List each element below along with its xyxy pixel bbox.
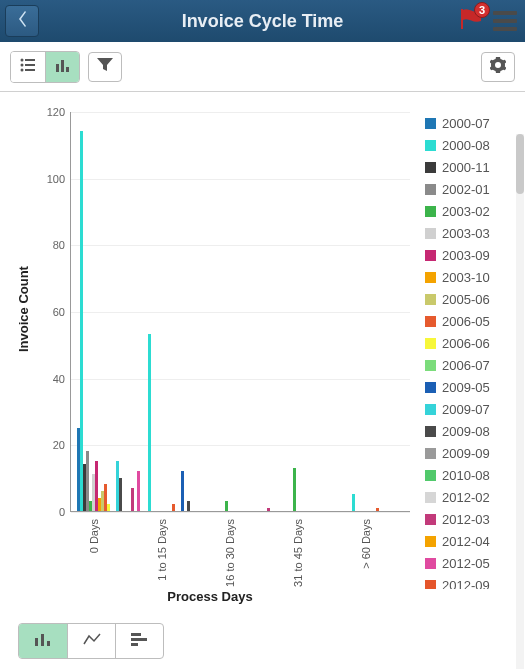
legend-label: 2006-06: [442, 336, 490, 351]
legend-label: 2010-08: [442, 468, 490, 483]
chart-bar[interactable]: [172, 504, 175, 511]
legend-swatch: [425, 404, 436, 415]
x-axis-label: Process Days: [10, 589, 410, 604]
legend-swatch: [425, 360, 436, 371]
y-tick: 60: [53, 306, 65, 318]
bar-chart-icon: [55, 58, 71, 76]
svg-rect-9: [35, 638, 38, 646]
legend-label: 2003-09: [442, 248, 490, 263]
chart-bar[interactable]: [119, 478, 122, 511]
y-axis-label: Invoice Count: [16, 266, 31, 352]
legend-item[interactable]: 2009-05: [425, 376, 520, 398]
legend-label: 2006-05: [442, 314, 490, 329]
legend-label: 2012-04: [442, 534, 490, 549]
line-type-button[interactable]: [67, 624, 115, 658]
legend-item[interactable]: 2010-08: [425, 464, 520, 486]
legend-label: 2009-05: [442, 380, 490, 395]
svg-rect-7: [61, 60, 64, 72]
legend-item[interactable]: 2009-08: [425, 420, 520, 442]
legend-item[interactable]: 2003-03: [425, 222, 520, 244]
x-tick: 16 to 30 Days: [224, 519, 236, 587]
legend-item[interactable]: 2012-03: [425, 508, 520, 530]
chart-area: Invoice Count 0204060801001200 Days1 to …: [10, 92, 410, 612]
chart-bar[interactable]: [352, 494, 355, 511]
legend-item[interactable]: 2003-02: [425, 200, 520, 222]
legend-swatch: [425, 184, 436, 195]
chart-bar[interactable]: [148, 334, 151, 511]
gear-icon: [490, 57, 506, 77]
legend-item[interactable]: 2000-07: [425, 112, 520, 134]
page-title: Invoice Cycle Time: [0, 11, 525, 32]
notification-badge: 3: [474, 2, 490, 18]
back-button[interactable]: [5, 5, 39, 37]
menu-button[interactable]: [493, 11, 517, 31]
legend-swatch: [425, 140, 436, 151]
y-tick: 80: [53, 239, 65, 251]
chevron-left-icon: [16, 11, 28, 31]
legend-item[interactable]: 2005-06: [425, 288, 520, 310]
chart-bar[interactable]: [131, 488, 134, 511]
chart-bar[interactable]: [187, 501, 190, 511]
legend-item[interactable]: 2012-09: [425, 574, 520, 589]
svg-rect-5: [25, 69, 35, 71]
svg-point-4: [21, 68, 24, 71]
legend-swatch: [425, 580, 436, 590]
x-tick: 0 Days: [88, 519, 100, 553]
legend-item[interactable]: 2009-09: [425, 442, 520, 464]
legend-label: 2006-07: [442, 358, 490, 373]
legend-label: 2003-03: [442, 226, 490, 241]
legend-item[interactable]: 2002-01: [425, 178, 520, 200]
legend-label: 2000-08: [442, 138, 490, 153]
view-toggle-group: [10, 51, 80, 83]
legend-swatch: [425, 294, 436, 305]
list-view-button[interactable]: [11, 52, 45, 82]
legend-item[interactable]: 2012-02: [425, 486, 520, 508]
legend-label: 2012-02: [442, 490, 490, 505]
chart-bar[interactable]: [376, 508, 379, 511]
chart-view-button[interactable]: [45, 52, 79, 82]
legend-item[interactable]: 2006-07: [425, 354, 520, 376]
top-toolbar: [0, 42, 525, 92]
svg-rect-1: [25, 59, 35, 61]
filter-button[interactable]: [88, 52, 122, 82]
horizontal-bar-icon: [131, 632, 149, 650]
legend-swatch: [425, 250, 436, 261]
legend-item[interactable]: 2012-05: [425, 552, 520, 574]
legend-item[interactable]: 2009-07: [425, 398, 520, 420]
legend-swatch: [425, 426, 436, 437]
bar-type-button[interactable]: [19, 624, 67, 658]
legend-label: 2005-06: [442, 292, 490, 307]
legend-item[interactable]: 2003-09: [425, 244, 520, 266]
y-tick: 40: [53, 373, 65, 385]
legend-swatch: [425, 206, 436, 217]
legend-item[interactable]: 2012-04: [425, 530, 520, 552]
legend-label: 2003-10: [442, 270, 490, 285]
chart-bar[interactable]: [80, 131, 83, 511]
svg-point-0: [21, 58, 24, 61]
chart-bar[interactable]: [181, 471, 184, 511]
legend-item[interactable]: 2003-10: [425, 266, 520, 288]
y-tick: 120: [47, 106, 65, 118]
chart-bar[interactable]: [267, 508, 270, 511]
chart-bar[interactable]: [225, 501, 228, 511]
legend-item[interactable]: 2000-08: [425, 134, 520, 156]
legend-item[interactable]: 2006-06: [425, 332, 520, 354]
legend-label: 2012-09: [442, 578, 490, 590]
legend-label: 2003-02: [442, 204, 490, 219]
legend-item[interactable]: 2000-11: [425, 156, 520, 178]
hbar-type-button[interactable]: [115, 624, 163, 658]
chart-bar[interactable]: [107, 504, 110, 511]
legend-item[interactable]: 2006-05: [425, 310, 520, 332]
legend-label: 2009-09: [442, 446, 490, 461]
chart-bar[interactable]: [293, 468, 296, 511]
chart-bar[interactable]: [137, 471, 140, 511]
svg-rect-13: [131, 638, 147, 641]
y-tick: 100: [47, 173, 65, 185]
notifications-button[interactable]: 3: [459, 9, 483, 33]
legend-swatch: [425, 382, 436, 393]
chart-plot: 0204060801001200 Days1 to 15 Days16 to 3…: [70, 112, 410, 512]
legend-label: 2012-05: [442, 556, 490, 571]
settings-button[interactable]: [481, 52, 515, 82]
legend-swatch: [425, 558, 436, 569]
legend-label: 2009-08: [442, 424, 490, 439]
